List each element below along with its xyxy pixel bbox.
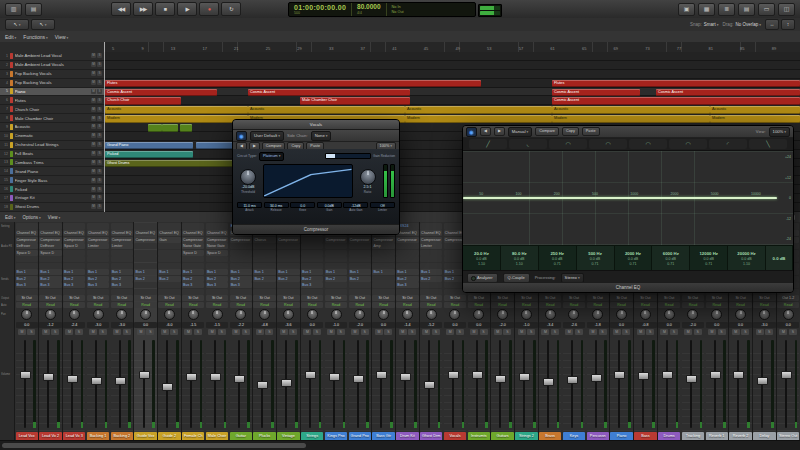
automation-mode[interactable]: Read — [182, 302, 204, 308]
fader-cap[interactable] — [591, 374, 602, 382]
track-header[interactable]: 5PianoMS — [0, 88, 104, 97]
mute-button[interactable]: M — [113, 329, 121, 335]
pan-knob[interactable] — [349, 308, 371, 321]
track-solo-button[interactable]: S — [97, 124, 102, 129]
solo-button[interactable]: S — [99, 329, 107, 335]
pan-knob[interactable] — [230, 308, 252, 321]
automation-mode[interactable]: Read — [372, 302, 394, 308]
forward-button[interactable]: ▶▶ — [133, 2, 153, 16]
audio-fx-slot[interactable]: Compressor — [372, 237, 394, 243]
audio-fx-slot[interactable] — [372, 250, 394, 256]
solo-button[interactable]: S — [432, 329, 440, 335]
fader-cap[interactable] — [638, 372, 649, 380]
eq-band-readout[interactable]: 12000 Hz0.0 dB0.71 — [690, 246, 728, 270]
send-slot[interactable] — [349, 282, 371, 288]
send-slot[interactable]: Bus 3 — [230, 282, 252, 288]
mute-button[interactable]: M — [399, 329, 407, 335]
pan-knob[interactable] — [111, 308, 133, 321]
pan-knob[interactable] — [158, 308, 180, 321]
solo-button[interactable]: S — [646, 329, 654, 335]
send-slot[interactable]: Bus 3 — [206, 282, 228, 288]
pan-knob[interactable] — [729, 308, 751, 321]
fader-cap[interactable] — [115, 377, 126, 385]
send-slot[interactable]: Bus 2 — [63, 276, 85, 282]
send-slot[interactable] — [325, 282, 347, 288]
audio-fx-slot[interactable] — [420, 250, 442, 256]
volume-fader[interactable] — [682, 337, 704, 432]
automation-mode[interactable]: Read — [230, 302, 252, 308]
pan-knob[interactable] — [777, 308, 799, 321]
eq-curve[interactable] — [463, 197, 777, 199]
output-slot[interactable]: St Out — [658, 295, 680, 301]
audio-fx-slot[interactable] — [420, 256, 442, 262]
audio-fx-slot[interactable] — [396, 243, 418, 249]
track-header[interactable]: 13Combass TrimsMS — [0, 159, 104, 168]
audio-fx-slot[interactable]: Compressor — [87, 237, 109, 243]
automation-mode[interactable]: Read — [587, 302, 609, 308]
zoom-horizontal-icon[interactable]: ↔ — [765, 19, 779, 30]
automation-mode[interactable]: Read — [491, 302, 513, 308]
channel-strip[interactable]: Retro SynChannel EQCompressorBus 1Bus 2S… — [277, 222, 300, 441]
eq-band-readout[interactable]: 500 Hz0.0 dB0.71 — [577, 246, 615, 270]
channel-strip[interactable]: EXS24Channel EQCompressorBus 1Bus 2St Ou… — [348, 222, 371, 441]
solo-button[interactable]: S — [408, 329, 416, 335]
instrument-slot[interactable] — [87, 223, 109, 230]
channel-strip[interactable]: Channel EQCompressorBus 1Bus 2St OutRead… — [134, 222, 157, 441]
send-slot[interactable]: Bus 2 — [158, 276, 180, 282]
audio-fx-slot[interactable]: Channel EQ — [206, 230, 228, 236]
volume-fader[interactable] — [610, 337, 632, 432]
audio-fx-slot[interactable]: Channel EQ — [39, 230, 61, 236]
solo-button[interactable]: S — [289, 329, 297, 335]
output-slot[interactable]: St Out — [444, 295, 466, 301]
send-slot[interactable]: Bus 2 — [253, 276, 275, 282]
prev-preset-button[interactable]: ◀ — [480, 127, 491, 136]
audio-fx-slot[interactable] — [253, 263, 275, 269]
audio-fx-slot[interactable] — [396, 256, 418, 262]
send-slot[interactable]: Bus 2 — [396, 276, 418, 282]
automation-mode[interactable]: Read — [253, 302, 275, 308]
channel-strip[interactable]: Channel EQGainBus 1Bus 2St OutRead-6.0MS… — [158, 222, 181, 441]
send-slot[interactable]: Bus 3 — [396, 282, 418, 288]
instrument-slot[interactable] — [206, 223, 228, 230]
volume-fader[interactable] — [301, 337, 323, 432]
side-chain-menu[interactable]: None — [311, 131, 332, 141]
track-header[interactable]: 18Ghost DrumsMS — [0, 203, 104, 212]
automation-mode[interactable]: Read — [610, 302, 632, 308]
send-slot[interactable]: Bus 2 — [111, 276, 133, 282]
mute-button[interactable]: M — [637, 329, 645, 335]
output-slot[interactable]: St Out — [468, 295, 490, 301]
track-mute-button[interactable]: M — [91, 116, 96, 121]
audio-fx-slot[interactable] — [325, 250, 347, 256]
solo-button[interactable]: S — [146, 329, 154, 335]
track-lane[interactable] — [104, 114, 800, 123]
send-slot[interactable]: Bus 2 — [420, 276, 442, 282]
track-solo-button[interactable]: S — [97, 195, 102, 200]
audio-fx-slot[interactable]: Compressor — [111, 237, 133, 243]
send-slot[interactable] — [277, 289, 299, 295]
lcd-display[interactable]: 01:00:00:00.00 500 80.0000 4/4 No In No … — [288, 2, 476, 17]
mute-button[interactable]: M — [756, 329, 764, 335]
fader-cap[interactable] — [448, 371, 459, 379]
instrument-slot[interactable] — [158, 223, 180, 230]
volume-fader[interactable] — [372, 337, 394, 432]
fader-cap[interactable] — [781, 371, 792, 379]
pan-knob[interactable] — [63, 308, 85, 321]
audio-fx-slot[interactable] — [372, 256, 394, 262]
mute-button[interactable]: M — [18, 329, 26, 335]
fader-cap[interactable] — [519, 373, 530, 381]
automation-mode[interactable]: Read — [349, 302, 371, 308]
channel-strip[interactable]: Channel EQCompressorLimiterBus 1Bus 2St … — [420, 222, 443, 441]
automation-mode[interactable]: Read — [87, 302, 109, 308]
audio-fx-slot[interactable] — [39, 263, 61, 269]
output-slot[interactable]: St Out — [253, 295, 275, 301]
audio-fx-slot[interactable]: Channel EQ — [420, 230, 442, 236]
audio-fx-slot[interactable] — [63, 263, 85, 269]
pan-knob[interactable] — [87, 308, 109, 321]
solo-button[interactable]: S — [480, 329, 488, 335]
volume-fader[interactable] — [515, 337, 537, 432]
automation-mode[interactable]: Read — [682, 302, 704, 308]
eq-band-shape-icon[interactable]: ◟ — [509, 139, 547, 149]
cycle-button[interactable]: ↻ — [221, 2, 241, 16]
next-preset-button[interactable]: ▶ — [494, 127, 505, 136]
menu-view[interactable]: View — [55, 34, 68, 40]
